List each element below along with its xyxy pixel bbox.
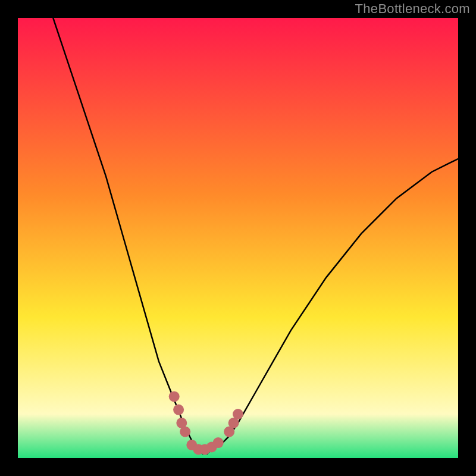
marker-dot xyxy=(213,437,224,448)
watermark-text: TheBottleneck.com xyxy=(355,1,470,17)
bottleneck-chart xyxy=(0,0,476,476)
marker-dot xyxy=(180,427,190,437)
plot-gradient xyxy=(18,18,458,458)
marker-dot xyxy=(169,391,180,402)
marker-dot xyxy=(173,405,184,415)
marker-dot xyxy=(233,409,243,419)
